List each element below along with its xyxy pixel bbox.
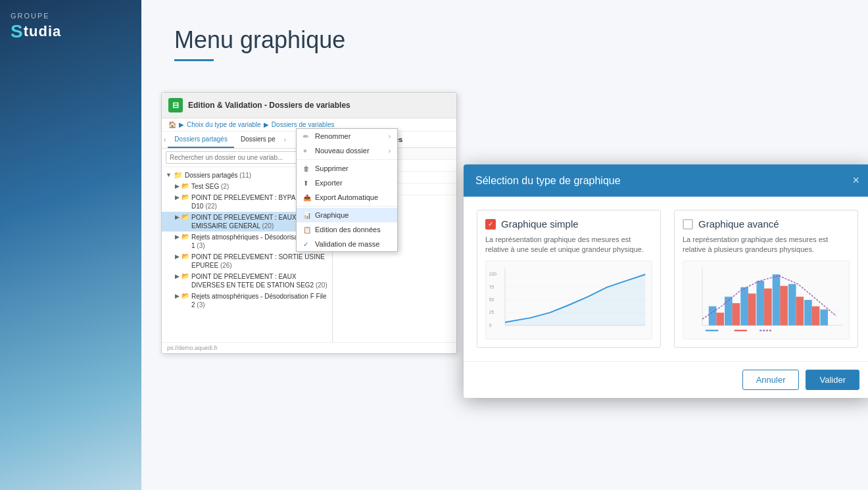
- ctx-edit-data[interactable]: 📋 Edition des données: [297, 222, 397, 237]
- svg-rect-30: [796, 297, 804, 326]
- tab-personal-folders[interactable]: Dossiers pe: [234, 132, 282, 148]
- dialog-body: ✓ Graphique simple La représentation gra…: [464, 197, 868, 361]
- graph-icon: 📊: [303, 212, 311, 219]
- graph-simple-checkbox[interactable]: ✓: [485, 219, 496, 230]
- app-footer: ps://demo.aquedi.fr: [162, 342, 456, 353]
- ctx-validate-label: Validation de masse: [315, 240, 379, 248]
- ctx-delete[interactable]: 🗑 Supprimer: [297, 161, 397, 176]
- svg-text:100: 100: [489, 272, 497, 276]
- expand-icon: ▼: [166, 172, 172, 178]
- expand-icon: ▶: [175, 253, 180, 260]
- new-folder-icon: +: [303, 147, 311, 155]
- logo-groupe: GROUPE: [11, 12, 131, 20]
- page-title: Menu graphique: [174, 26, 835, 54]
- logo-container: S tudia: [11, 21, 131, 42]
- svg-rect-18: [725, 297, 733, 326]
- breadcrumb-sep1: ▶: [179, 121, 184, 128]
- dialog-close-button[interactable]: ×: [852, 174, 859, 187]
- expand-icon: ▶: [175, 214, 180, 220]
- breadcrumb-type[interactable]: Choix du type de variable: [187, 121, 261, 128]
- svg-rect-23: [804, 300, 812, 326]
- tree-item[interactable]: ▶ 📂 POINT DE PRELEVEMENT : EAUX DIVERSES…: [162, 271, 332, 291]
- breadcrumb-current: Dossiers de variables: [272, 121, 335, 128]
- tree-tab-prev[interactable]: ‹: [162, 136, 168, 143]
- ctx-graph[interactable]: 📊 Graphique: [297, 208, 397, 222]
- ctx-export[interactable]: ⬆ Exporter: [297, 176, 397, 190]
- graph-option-simple-header: ✓ Graphique simple: [485, 218, 652, 230]
- app-header-title: Edition & Validation - Dossiers de varia…: [188, 101, 350, 110]
- expand-icon: ▶: [175, 233, 180, 240]
- dialog-footer: Annuler Valider: [464, 361, 868, 398]
- folder-icon: 📂: [181, 253, 189, 260]
- ctx-rename-label: Renommer: [315, 132, 350, 140]
- confirm-button[interactable]: Valider: [806, 370, 859, 390]
- ctx-auto-export[interactable]: 📤 Export Automatique: [297, 190, 397, 205]
- svg-rect-20: [756, 281, 764, 326]
- graph-advanced-desc: La représentation graphique des mesures …: [683, 235, 850, 255]
- logo-area: GROUPE S tudia: [0, 0, 141, 54]
- dialog-title: Sélection du type de graphique: [475, 175, 621, 187]
- graph-simple-preview: 0 25 50 75 100: [485, 260, 652, 339]
- check-icon: ✓: [303, 241, 311, 248]
- graph-type-dialog: Sélection du type de graphique × ✓ Graph…: [464, 164, 868, 398]
- svg-rect-17: [709, 306, 717, 325]
- auto-export-icon: 📤: [303, 194, 311, 201]
- ctx-rename[interactable]: ✏ Renommer ›: [297, 129, 397, 143]
- breadcrumb-home[interactable]: 🏠: [168, 121, 176, 128]
- ctx-graph-label: Graphique: [315, 211, 349, 219]
- svg-text:75: 75: [489, 284, 494, 289]
- tab-shared-folders[interactable]: Dossiers partagés: [168, 132, 234, 148]
- folder-icon: 📂: [181, 292, 189, 299]
- app-header: ⊟ Edition & Validation - Dossiers de var…: [162, 93, 456, 118]
- ctx-edit-data-label: Edition des données: [315, 226, 381, 233]
- graph-advanced-preview: [683, 260, 850, 339]
- graph-option-simple[interactable]: ✓ Graphique simple La représentation gra…: [477, 210, 661, 348]
- ctx-separator: [297, 159, 397, 160]
- folder-icon: 📂: [181, 182, 189, 189]
- ctx-arrow: ›: [389, 147, 391, 155]
- logo-s-icon: S: [11, 21, 23, 42]
- svg-text:50: 50: [489, 297, 494, 302]
- edit-data-icon: 📋: [303, 226, 311, 233]
- tree-item-label: POINT DE PRELEVEMENT : SORTIE USINE EPUR…: [191, 253, 328, 270]
- folder-icon: 📂: [181, 233, 189, 240]
- context-menu: ✏ Renommer › + Nouveau dossier › 🗑 Suppr…: [296, 128, 398, 252]
- graph-simple-title: Graphique simple: [501, 218, 579, 230]
- expand-icon: ▶: [175, 293, 180, 299]
- svg-rect-25: [716, 312, 724, 325]
- graph-option-advanced-header: Graphique avancé: [683, 218, 850, 230]
- svg-rect-29: [780, 285, 788, 325]
- graph-option-advanced[interactable]: Graphique avancé La représentation graph…: [674, 210, 858, 348]
- cancel-button[interactable]: Annuler: [742, 370, 800, 390]
- export-icon: ⬆: [303, 180, 311, 187]
- svg-rect-28: [764, 288, 772, 325]
- svg-rect-21: [773, 274, 781, 326]
- folder-icon: 📁: [174, 171, 183, 180]
- ctx-new-folder-label: Nouveau dossier: [315, 147, 370, 155]
- ctx-new-folder[interactable]: + Nouveau dossier ›: [297, 143, 397, 158]
- delete-icon: 🗑: [303, 165, 311, 172]
- ctx-export-label: Exporter: [315, 179, 343, 187]
- svg-text:25: 25: [489, 310, 494, 314]
- folder-icon: 📂: [181, 213, 189, 220]
- tree-item[interactable]: ▶ 📂 POINT DE PRELEVEMENT : SORTIE USINE …: [162, 251, 332, 271]
- main-content: Menu graphique ⊟ Edition & Validation - …: [141, 0, 868, 490]
- expand-icon: ▶: [175, 183, 180, 189]
- tree-item[interactable]: ▶ 📂 Rejets atmosphériques - Désodorisati…: [162, 291, 332, 310]
- folder-icon: 📂: [181, 272, 189, 280]
- expand-icon: ▶: [175, 194, 180, 201]
- ctx-validate[interactable]: ✓ Validation de masse: [297, 237, 397, 251]
- graph-advanced-checkbox[interactable]: [683, 219, 693, 230]
- tree-item-label: Rejets atmosphériques - Désodorisation F…: [191, 292, 328, 309]
- ctx-arrow: ›: [389, 133, 391, 140]
- svg-rect-24: [820, 309, 828, 325]
- logo-tudia: tudia: [24, 23, 62, 40]
- graph-advanced-title: Graphique avancé: [698, 218, 779, 230]
- svg-rect-31: [812, 306, 820, 325]
- dialog-header: Sélection du type de graphique ×: [464, 164, 868, 197]
- breadcrumb-sep2: ▶: [264, 121, 269, 128]
- svg-rect-27: [748, 293, 756, 325]
- ctx-separator: [297, 206, 397, 207]
- title-underline: [174, 59, 214, 61]
- tree-tab-next[interactable]: ›: [282, 136, 288, 143]
